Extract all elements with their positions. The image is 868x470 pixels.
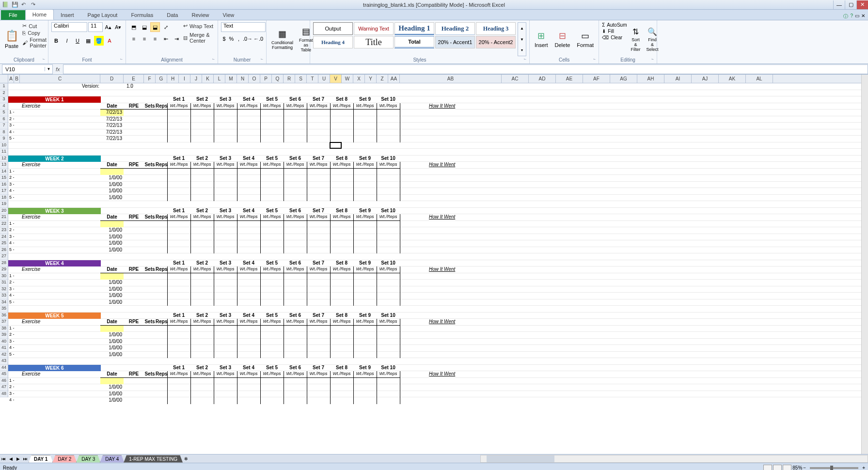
style-heading1[interactable]: Heading 1 <box>395 22 434 35</box>
zoom-slider[interactable] <box>810 467 858 469</box>
col-header-Q[interactable]: Q <box>272 75 284 83</box>
fx-icon[interactable]: fx <box>53 66 63 72</box>
shrink-font-icon[interactable]: A▾ <box>113 22 123 32</box>
row-header-10[interactable]: 10 <box>0 142 8 149</box>
col-header-AK[interactable]: AK <box>719 75 746 83</box>
vertical-scrollbar[interactable] <box>861 75 868 454</box>
col-header-AG[interactable]: AG <box>610 75 637 83</box>
row-header-6[interactable]: 6 <box>0 116 8 123</box>
delete-cells-button[interactable]: ⊟Delete <box>553 22 572 56</box>
row-header-21[interactable]: 21 <box>0 214 8 221</box>
row-header-5[interactable]: 5 <box>0 110 8 116</box>
style-heading2[interactable]: Heading 2 <box>435 22 475 35</box>
row-header-34[interactable]: 34 <box>0 299 8 306</box>
row-header-19[interactable]: 19 <box>0 201 8 208</box>
tab-view[interactable]: View <box>216 10 241 20</box>
col-header-AD[interactable]: AD <box>529 75 556 83</box>
col-header-Y[interactable]: Y <box>365 75 377 83</box>
row-header-35[interactable]: 35 <box>0 306 8 313</box>
indent-inc-icon[interactable]: ⇥ <box>172 34 181 44</box>
sheet-tab-day3[interactable]: DAY 3 <box>76 455 100 463</box>
col-header-AF[interactable]: AF <box>583 75 610 83</box>
row-header-12[interactable]: 12 <box>0 156 8 162</box>
col-header-F[interactable]: F <box>144 75 156 83</box>
save-icon[interactable]: 💾 <box>12 1 18 8</box>
view-layout-button[interactable] <box>773 465 782 470</box>
sort-filter-button[interactable]: ⇅Sort & Filter <box>629 22 642 56</box>
minimize-ribbon-icon[interactable]: ⓘ <box>843 13 848 20</box>
zoom-out-button[interactable]: − <box>803 465 806 470</box>
sheet-tab-max[interactable]: 1-REP MAX TESTING <box>124 455 183 463</box>
row-header-28[interactable]: 28 <box>0 260 8 267</box>
row-header-20[interactable]: 20 <box>0 208 8 215</box>
col-header-AH[interactable]: AH <box>637 75 664 83</box>
col-header-AL[interactable]: AL <box>746 75 773 83</box>
row-header-31[interactable]: 31 <box>0 280 8 286</box>
row-header-1[interactable]: 1 <box>0 83 8 90</box>
row-header-14[interactable]: 14 <box>0 169 8 175</box>
row-header-15[interactable]: 15 <box>0 175 8 182</box>
sheet-nav-first[interactable]: ⏮ <box>0 455 7 463</box>
col-header-B[interactable]: B <box>14 75 20 83</box>
style-output[interactable]: Output <box>313 22 353 35</box>
row-header-33[interactable]: 33 <box>0 293 8 299</box>
col-header-U[interactable]: U <box>318 75 330 83</box>
col-header-V[interactable]: V <box>330 75 342 83</box>
wrap-text-button[interactable]: ↩Wrap Text <box>183 22 215 30</box>
tab-formulas[interactable]: Formulas <box>124 10 160 20</box>
row-header-4[interactable]: 4 <box>0 103 8 110</box>
italic-button[interactable]: I <box>62 36 72 46</box>
style-total[interactable]: Total <box>395 36 434 48</box>
style-heading4[interactable]: Heading 4 <box>313 36 353 48</box>
row-header-40[interactable]: 40 <box>0 339 8 345</box>
col-header-T[interactable]: T <box>307 75 318 83</box>
sheet-tab-day4[interactable]: DAY 4 <box>100 455 124 463</box>
orientation-icon[interactable]: ⤢ <box>161 22 171 32</box>
row-header-48[interactable]: 48 <box>0 391 8 398</box>
select-all-corner[interactable] <box>0 75 8 83</box>
name-box[interactable]: V10▼ <box>2 64 53 74</box>
col-header-J[interactable]: J <box>190 75 202 83</box>
row-header-26[interactable]: 26 <box>0 247 8 254</box>
col-header-AI[interactable]: AI <box>664 75 692 83</box>
row-header-42[interactable]: 42 <box>0 352 8 359</box>
col-header-AB[interactable]: AB <box>400 75 502 83</box>
row-header-46[interactable]: 46 <box>0 378 8 385</box>
col-header-H[interactable]: H <box>167 75 179 83</box>
row-header-32[interactable]: 32 <box>0 286 8 293</box>
spreadsheet-grid[interactable]: ABCDEFGHIJKLMNOPQRSTUVWXYZAAABACADAEAFAG… <box>0 75 868 454</box>
inc-decimal-icon[interactable]: .0→ <box>243 34 253 44</box>
sheet-tab-day1[interactable]: DAY 1 <box>29 455 53 463</box>
autosum-button[interactable]: ΣAutoSum <box>602 22 627 28</box>
col-header-D[interactable]: D <box>100 75 124 83</box>
clear-button[interactable]: ⌫Clear <box>602 35 627 40</box>
col-header-R[interactable]: R <box>284 75 295 83</box>
view-break-button[interactable] <box>783 465 791 470</box>
align-left-icon[interactable]: ≡ <box>129 34 139 44</box>
tab-page-layout[interactable]: Page Layout <box>81 10 125 20</box>
horizontal-scrollbar[interactable] <box>480 455 868 463</box>
align-center-icon[interactable]: ≡ <box>140 34 149 44</box>
find-select-button[interactable]: 🔍Find & Select <box>644 22 660 56</box>
maximize-button[interactable]: ▢ <box>845 0 856 9</box>
tab-home[interactable]: Home <box>25 9 54 20</box>
style-heading3[interactable]: Heading 3 <box>476 22 516 35</box>
dec-decimal-icon[interactable]: ←.0 <box>253 34 263 44</box>
row-header-2[interactable]: 2 <box>0 90 8 97</box>
cut-button[interactable]: ✂Cut <box>22 22 47 30</box>
view-normal-button[interactable] <box>763 465 772 470</box>
style-gallery-scroll[interactable]: ▲▼▾ <box>518 22 526 56</box>
row-header-38[interactable]: 38 <box>0 326 8 332</box>
align-middle-icon[interactable]: ⬓ <box>140 22 149 32</box>
ribbon-close-icon[interactable]: ✕ <box>861 13 865 20</box>
row-header-8[interactable]: 8 <box>0 129 8 136</box>
undo-icon[interactable]: ↶ <box>21 1 28 8</box>
close-button[interactable]: ✕ <box>856 0 868 9</box>
name-dropdown-icon[interactable]: ▼ <box>45 67 52 71</box>
minimize-button[interactable]: — <box>833 0 845 9</box>
style-title[interactable]: Title <box>354 36 394 48</box>
new-sheet-button[interactable]: ✻ <box>183 455 190 463</box>
row-header-22[interactable]: 22 <box>0 221 8 228</box>
row-header-24[interactable]: 24 <box>0 234 8 241</box>
row-header-18[interactable]: 18 <box>0 195 8 202</box>
